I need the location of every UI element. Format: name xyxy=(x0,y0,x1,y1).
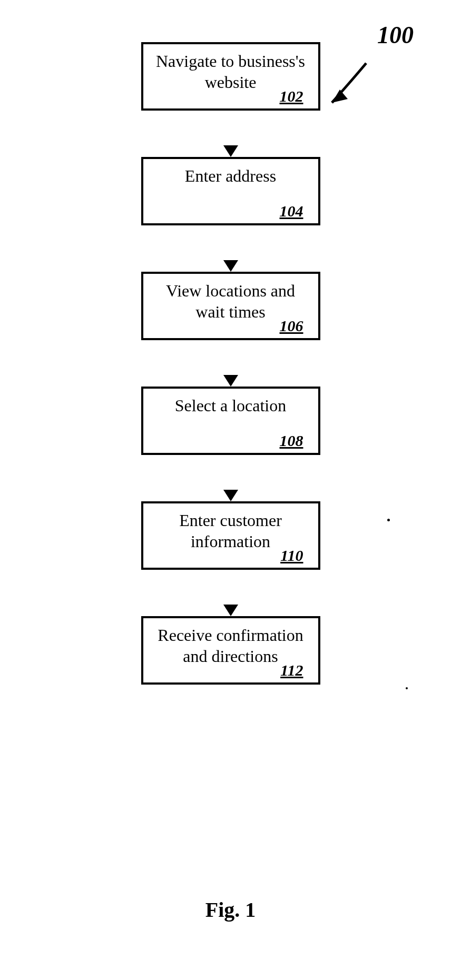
dot-icon xyxy=(406,687,408,689)
step-receive-confirmation: Receive confirmation and directions 112 xyxy=(141,616,320,685)
dot-icon xyxy=(387,519,390,521)
step-enter-address: Enter address 104 xyxy=(141,157,320,225)
flowchart: Navigate to business's website 102 Enter… xyxy=(141,42,320,685)
step-number: 104 xyxy=(280,202,303,220)
figure-caption: Fig. 1 xyxy=(205,897,256,922)
step-number: 106 xyxy=(280,317,303,335)
step-number: 110 xyxy=(280,547,303,565)
step-enter-customer-info: Enter customer information 110 xyxy=(141,501,320,570)
step-select-location: Select a location 108 xyxy=(141,387,320,455)
step-navigate: Navigate to business's website 102 xyxy=(141,42,320,111)
svg-marker-0 xyxy=(332,90,348,103)
step-number: 112 xyxy=(280,661,303,679)
reference-label: 100 xyxy=(377,21,414,49)
step-view-locations: View locations and wait times 106 xyxy=(141,272,320,340)
reference-arrow xyxy=(316,58,374,118)
step-number: 102 xyxy=(280,87,303,105)
step-number: 108 xyxy=(280,432,303,450)
